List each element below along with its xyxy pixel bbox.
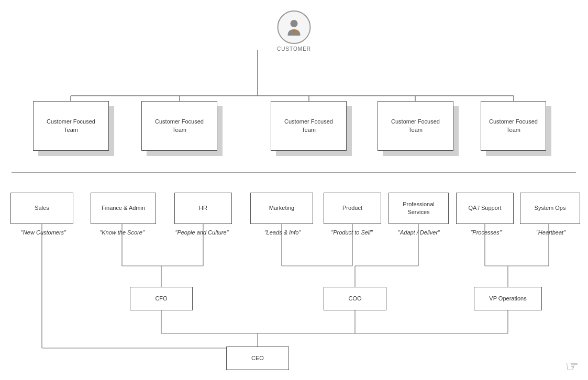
marketing-box: Marketing	[250, 193, 313, 224]
svg-point-31	[290, 20, 297, 27]
team4-box: Customer FocusedTeam	[378, 101, 453, 151]
customer-icon	[277, 10, 310, 44]
customer-node: CUSTOMER	[277, 10, 311, 52]
org-lines	[0, 0, 588, 380]
ceo-box: CEO	[226, 347, 289, 370]
sales-box: Sales	[10, 193, 73, 224]
hr-label: "People and Culture"	[161, 229, 242, 236]
marketing-label: "Leads & Info"	[247, 229, 318, 236]
hr-box: HR	[174, 193, 232, 224]
team3-box: Customer FocusedTeam	[271, 101, 347, 151]
vp-operations-box: VP Operations	[474, 287, 542, 310]
finance-box: Finance & Admin	[91, 193, 156, 224]
org-chart: CUSTOMER Customer FocusedTeam Customer F…	[0, 0, 588, 380]
prof-services-box: ProfessionalServices	[389, 193, 449, 224]
product-label: "Product to Sell"	[318, 229, 386, 236]
customer-label: CUSTOMER	[277, 46, 311, 52]
system-ops-label: "Heartbeat"	[520, 229, 582, 236]
team2-box: Customer FocusedTeam	[141, 101, 217, 151]
sales-label: "New Customers"	[9, 229, 77, 236]
coo-box: COO	[324, 287, 386, 310]
product-box: Product	[324, 193, 381, 224]
team1-box: Customer FocusedTeam	[33, 101, 109, 151]
cfo-box: CFO	[130, 287, 193, 310]
qa-support-label: "Processes"	[454, 229, 517, 236]
qa-support-box: QA / Support	[456, 193, 514, 224]
finance-label: "Know the Score"	[85, 229, 159, 236]
team5-box: Customer FocusedTeam	[481, 101, 546, 151]
system-ops-box: System Ops	[520, 193, 580, 224]
prof-services-label: "Adapt / Deliver"	[382, 229, 456, 236]
cursor-icon: ☞	[565, 357, 579, 375]
